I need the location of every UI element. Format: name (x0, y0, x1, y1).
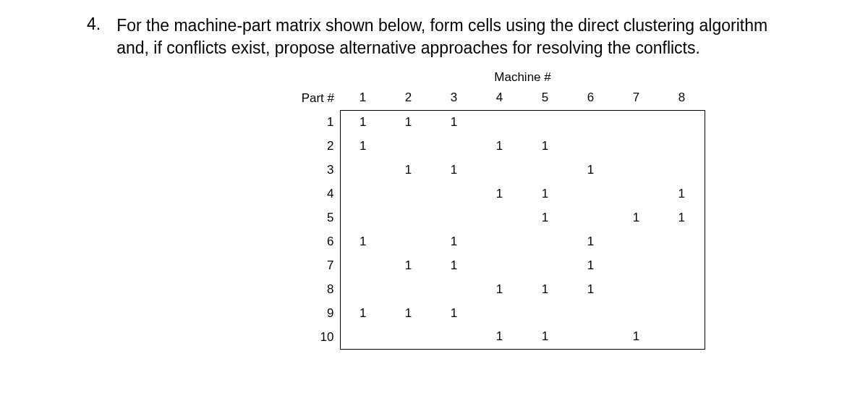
cell (613, 277, 659, 301)
question-text: For the machine-part matrix shown below,… (116, 14, 781, 59)
part-row-label: 8 (289, 277, 340, 301)
part-row-label: 10 (289, 325, 340, 349)
cell (568, 182, 613, 206)
cell (659, 277, 705, 301)
cell: 1 (386, 253, 431, 277)
cell (386, 134, 431, 158)
cell (568, 325, 613, 349)
cell: 1 (431, 253, 477, 277)
cell (340, 253, 386, 277)
cell: 1 (386, 110, 431, 134)
cell (659, 301, 705, 325)
cell (613, 301, 659, 325)
cell (386, 325, 431, 349)
table-row: 5 1 1 1 (289, 206, 705, 229)
cell: 1 (477, 325, 522, 349)
cell (568, 206, 613, 229)
table-row: 9 1 1 1 (289, 301, 705, 325)
cell (340, 206, 386, 229)
cell (477, 229, 522, 253)
cell: 1 (477, 277, 522, 301)
cell (659, 158, 705, 182)
cell: 1 (340, 301, 386, 325)
cell (386, 206, 431, 229)
corner-label: Part # (289, 86, 340, 110)
cell (340, 277, 386, 301)
machine-col-6: 6 (568, 86, 613, 110)
part-row-label: 5 (289, 206, 340, 229)
cell: 1 (477, 134, 522, 158)
table-row: 6 1 1 1 (289, 229, 705, 253)
cell (659, 229, 705, 253)
cell (613, 110, 659, 134)
cell (613, 229, 659, 253)
cell (613, 158, 659, 182)
part-row-label: 2 (289, 134, 340, 158)
cell (340, 158, 386, 182)
cell (431, 134, 477, 158)
cell (386, 229, 431, 253)
cell (431, 325, 477, 349)
cell (659, 134, 705, 158)
cell (386, 182, 431, 206)
cell (613, 253, 659, 277)
machine-part-matrix: Part # 1 2 3 4 5 6 7 8 1 1 1 1 (289, 86, 705, 350)
cell (522, 110, 568, 134)
cell: 1 (340, 134, 386, 158)
cell (522, 229, 568, 253)
question-block: 4. For the machine-part matrix shown bel… (87, 14, 781, 59)
cell (340, 182, 386, 206)
cell (477, 206, 522, 229)
cell (522, 301, 568, 325)
cell: 1 (340, 229, 386, 253)
cell: 1 (568, 253, 613, 277)
table-row: 8 1 1 1 (289, 277, 705, 301)
part-row-label: 3 (289, 158, 340, 182)
table-row: 10 1 1 1 (289, 325, 705, 349)
cell (659, 253, 705, 277)
cell (431, 277, 477, 301)
cell: 1 (431, 158, 477, 182)
cell (431, 206, 477, 229)
part-row-label: 6 (289, 229, 340, 253)
cell: 1 (431, 229, 477, 253)
part-row-label: 1 (289, 110, 340, 134)
question-number: 4. (87, 14, 101, 59)
cell: 1 (386, 158, 431, 182)
table-row: 4 1 1 1 (289, 182, 705, 206)
cell (659, 325, 705, 349)
machine-col-2: 2 (386, 86, 431, 110)
machine-col-4: 4 (477, 86, 522, 110)
cell (659, 110, 705, 134)
cell: 1 (568, 158, 613, 182)
cell: 1 (522, 206, 568, 229)
cell (522, 253, 568, 277)
cell: 1 (340, 110, 386, 134)
cell: 1 (522, 325, 568, 349)
cell (568, 301, 613, 325)
machine-col-1: 1 (340, 86, 386, 110)
matrix-container: Machine # Part # 1 2 3 4 5 6 7 8 1 1 1 1 (289, 70, 781, 350)
cell: 1 (659, 182, 705, 206)
cell: 1 (431, 110, 477, 134)
part-row-label: 7 (289, 253, 340, 277)
header-row: Part # 1 2 3 4 5 6 7 8 (289, 86, 705, 110)
cell: 1 (522, 134, 568, 158)
part-row-label: 9 (289, 301, 340, 325)
cell: 1 (659, 206, 705, 229)
cell (477, 253, 522, 277)
machine-col-7: 7 (613, 86, 659, 110)
table-row: 1 1 1 1 (289, 110, 705, 134)
cell: 1 (613, 325, 659, 349)
cell: 1 (568, 277, 613, 301)
cell: 1 (477, 182, 522, 206)
cell: 1 (568, 229, 613, 253)
cell: 1 (522, 182, 568, 206)
machine-header-label: Machine # (340, 70, 705, 85)
cell (568, 134, 613, 158)
part-row-label: 4 (289, 182, 340, 206)
cell (613, 182, 659, 206)
cell (477, 158, 522, 182)
machine-col-5: 5 (522, 86, 568, 110)
cell (568, 110, 613, 134)
